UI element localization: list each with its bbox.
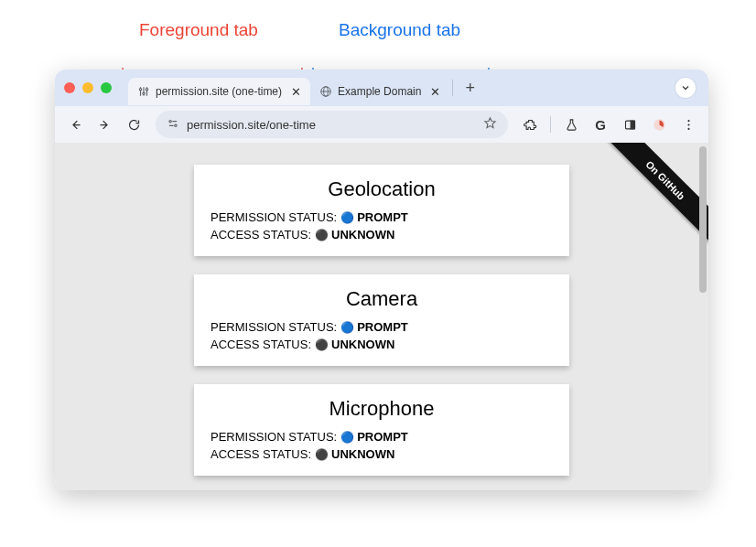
tab-background-title: Example Domain xyxy=(338,85,421,98)
github-ribbon[interactable]: On GitHub xyxy=(589,143,708,262)
reload-button[interactable] xyxy=(121,112,146,137)
permission-status-row: PERMISSION STATUS: 🔵 PROMPT xyxy=(211,430,553,444)
annotation-foreground-label: Foreground tab xyxy=(139,20,258,40)
svg-point-3 xyxy=(143,92,145,94)
back-button[interactable] xyxy=(62,112,88,137)
access-status-row: ACCESS STATUS: ⚫ UNKNOWN xyxy=(211,228,553,241)
menu-button[interactable] xyxy=(675,112,701,137)
svg-rect-19 xyxy=(631,121,634,129)
site-settings-icon[interactable] xyxy=(167,117,179,133)
github-ribbon-text: On GitHub xyxy=(596,143,708,250)
tune-icon xyxy=(137,85,150,98)
svg-point-22 xyxy=(687,123,689,125)
access-status-row: ACCESS STATUS: ⚫ UNKNOWN xyxy=(211,338,553,351)
window-minimize-button[interactable] xyxy=(82,82,93,93)
google-apps-button[interactable]: G xyxy=(588,112,613,137)
window-close-button[interactable] xyxy=(64,82,75,93)
svg-point-16 xyxy=(175,124,177,126)
access-status-row: ACCESS STATUS: ⚫ UNKNOWN xyxy=(211,447,553,461)
globe-icon xyxy=(319,85,332,98)
annotation-background-label: Background tab xyxy=(339,20,460,40)
tab-list-dropdown-button[interactable] xyxy=(675,78,696,98)
svg-point-23 xyxy=(687,127,689,129)
address-bar-url: permission.site/one-time xyxy=(187,118,476,132)
page-viewport: On GitHub Geolocation PERMISSION STATUS:… xyxy=(55,143,708,490)
tab-background-close-icon[interactable]: ✕ xyxy=(430,85,440,99)
card-title: Microphone xyxy=(211,397,553,421)
new-tab-button[interactable]: + xyxy=(456,79,484,98)
forward-button[interactable] xyxy=(92,112,117,137)
permission-card-geolocation[interactable]: Geolocation PERMISSION STATUS: 🔵 PROMPT … xyxy=(194,165,569,256)
extensions-button[interactable] xyxy=(517,112,543,137)
tab-foreground-close-icon[interactable]: ✕ xyxy=(291,85,301,99)
toolbar: permission.site/one-time G xyxy=(55,106,708,143)
labs-button[interactable] xyxy=(558,112,584,137)
toolbar-separator xyxy=(550,116,551,133)
address-bar[interactable]: permission.site/one-time xyxy=(156,111,508,138)
card-title: Camera xyxy=(211,287,553,311)
tab-strip: permission.site (one-time) ✕ Example Dom… xyxy=(55,70,708,106)
window-maximize-button[interactable] xyxy=(101,82,112,93)
permission-status-row: PERMISSION STATUS: 🔵 PROMPT xyxy=(211,210,553,224)
svg-point-14 xyxy=(169,120,171,122)
permission-status-row: PERMISSION STATUS: 🔵 PROMPT xyxy=(211,320,553,334)
tab-foreground[interactable]: permission.site (one-time) ✕ xyxy=(128,78,310,105)
scrollbar-thumb[interactable] xyxy=(699,146,707,293)
window-controls xyxy=(64,82,112,93)
permission-card-camera[interactable]: Camera PERMISSION STATUS: 🔵 PROMPT ACCES… xyxy=(194,274,569,366)
side-panel-button[interactable] xyxy=(617,112,643,137)
browser-window: permission.site (one-time) ✕ Example Dom… xyxy=(55,70,708,490)
tab-background[interactable]: Example Domain ✕ xyxy=(310,78,449,105)
permission-card-microphone[interactable]: Microphone PERMISSION STATUS: 🔵 PROMPT A… xyxy=(194,384,569,476)
profile-avatar[interactable] xyxy=(646,112,672,137)
svg-point-6 xyxy=(146,89,147,91)
svg-point-0 xyxy=(139,89,141,91)
card-title: Geolocation xyxy=(211,177,553,201)
tab-separator xyxy=(452,80,453,96)
svg-point-21 xyxy=(687,120,689,122)
tab-foreground-title: permission.site (one-time) xyxy=(156,85,282,98)
bookmark-star-icon[interactable] xyxy=(483,116,497,133)
